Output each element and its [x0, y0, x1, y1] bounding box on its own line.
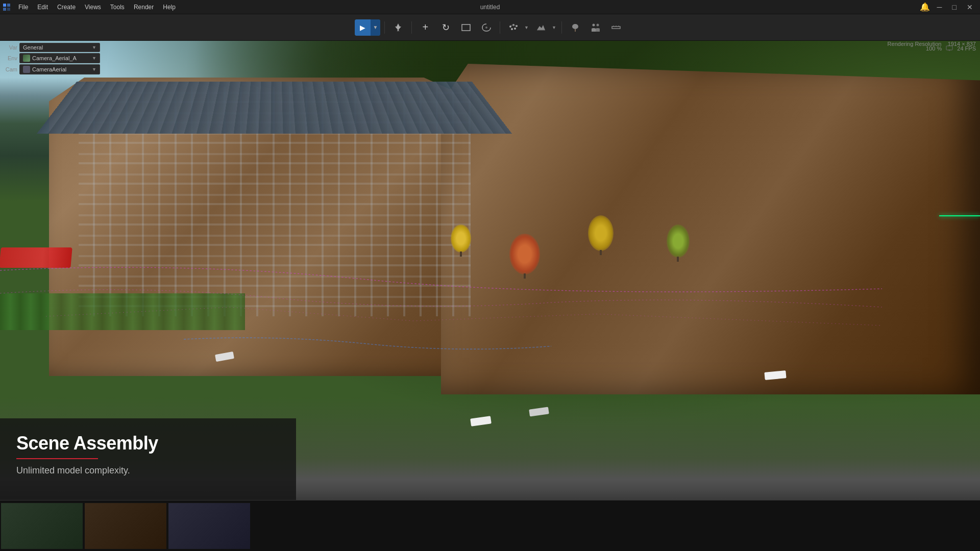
toolbar-separator-1: [384, 21, 385, 34]
app-icon: [2, 3, 11, 12]
toolbar-separator-4: [561, 21, 562, 34]
menu-views[interactable]: Views: [81, 3, 105, 12]
toolbar-separator-2: [411, 21, 412, 34]
vegetation-strip: [0, 293, 245, 330]
menu-file[interactable]: File: [14, 3, 32, 12]
var-dropdown-row: Var General ▼: [2, 43, 100, 52]
roof-left: [37, 82, 512, 134]
menu-tools[interactable]: Tools: [106, 3, 129, 12]
filmstrip-thumb-1[interactable]: [1, 503, 83, 549]
overlay-panel: Scene Assembly Unlimited model complexit…: [0, 418, 296, 500]
var-label: Var: [2, 44, 17, 51]
svg-rect-4: [462, 24, 470, 31]
viewport[interactable]: Scene Assembly Unlimited model complexit…: [0, 41, 980, 500]
notification-bell-icon[interactable]: 🔔: [920, 2, 930, 12]
left-panel: Var General ▼ Env Camera_Aerial_A ▼ Cam …: [0, 41, 102, 77]
menu-create[interactable]: Create: [53, 3, 80, 12]
display-icon: [946, 45, 953, 52]
var-dropdown[interactable]: General ▼: [19, 43, 100, 52]
minimize-button[interactable]: ─: [934, 3, 945, 11]
svg-point-9: [511, 28, 513, 30]
select-tool-group: ▶ ▼: [355, 19, 381, 36]
menu-render[interactable]: Render: [130, 3, 158, 12]
titlebar: File Edit Create Views Tools Render Help…: [0, 0, 980, 14]
overlay-title: Scene Assembly: [16, 433, 280, 454]
toolbar: ▶ ▼ + ↻: [0, 14, 980, 41]
viewport-info: 100 % 24 FPS: [926, 45, 976, 52]
overlay-divider: [16, 458, 98, 459]
tree-1: [509, 234, 540, 274]
filmstrip-thumb-2[interactable]: [85, 503, 166, 549]
menu-edit[interactable]: Edit: [33, 3, 52, 12]
scatter-tool-button[interactable]: [504, 18, 523, 37]
maximize-button[interactable]: □: [949, 3, 960, 11]
svg-point-10: [514, 28, 516, 30]
svg-rect-3: [7, 8, 10, 11]
rect-tool-button[interactable]: [457, 18, 475, 37]
overlay-content: Scene Assembly Unlimited model complexit…: [0, 418, 296, 490]
filmstrip: [0, 500, 980, 551]
svg-rect-2: [3, 8, 6, 11]
svg-point-16: [597, 23, 599, 26]
terrain-dropdown-button[interactable]: ▼: [550, 18, 557, 37]
lasso-tool-button[interactable]: [477, 18, 496, 37]
tram-vehicle: [0, 247, 72, 268]
measure-tool-button[interactable]: [607, 18, 625, 37]
terrain-tool-group: ▼: [532, 18, 557, 37]
toolbar-separator-3: [500, 21, 500, 34]
svg-point-15: [593, 23, 595, 26]
menu-help[interactable]: Help: [159, 3, 180, 12]
env-dropdown-row: Env Camera_Aerial_A ▼: [2, 53, 100, 63]
select-tool-button[interactable]: ▶: [355, 19, 371, 36]
svg-rect-17: [612, 27, 620, 29]
filmstrip-thumb-3[interactable]: [168, 503, 250, 549]
svg-point-13: [572, 24, 578, 29]
tree-tool-button[interactable]: [566, 18, 584, 37]
zoom-level: 100 %: [926, 45, 942, 52]
tree-3: [667, 224, 690, 258]
env-label: Env: [2, 55, 17, 61]
cam-dropdown[interactable]: CameraAerial ▼: [19, 64, 100, 74]
accent-line: [939, 215, 980, 216]
select-tool-dropdown[interactable]: ▼: [371, 19, 381, 36]
building-right: [441, 64, 980, 394]
scatter-dropdown-button[interactable]: ▼: [523, 18, 530, 37]
add-tool-button[interactable]: +: [416, 18, 434, 37]
cam-dropdown-row: Cam CameraAerial ▼: [2, 64, 100, 74]
svg-rect-21: [946, 46, 952, 50]
overlay-subtitle: Unlimited model complexity.: [16, 465, 280, 476]
scatter-tool-group: ▼: [504, 18, 530, 37]
tree-4: [451, 224, 471, 253]
svg-rect-14: [575, 29, 576, 32]
terrain-tool-button[interactable]: [532, 18, 550, 37]
titlebar-left: File Edit Create Views Tools Render Help: [0, 3, 180, 12]
svg-point-5: [485, 27, 487, 29]
svg-rect-1: [7, 4, 10, 7]
paint-tool-button[interactable]: [389, 18, 407, 37]
tree-2: [588, 215, 614, 251]
window-title: untitled: [480, 4, 500, 11]
rotate-tool-button[interactable]: ↻: [436, 18, 455, 37]
env-dropdown[interactable]: Camera_Aerial_A ▼: [19, 53, 100, 63]
close-button[interactable]: ✕: [964, 3, 976, 11]
cam-label: Cam: [2, 66, 17, 72]
fps-counter: 24 FPS: [957, 45, 976, 52]
svg-rect-0: [3, 4, 6, 7]
people-tool-button[interactable]: [586, 18, 605, 37]
titlebar-right: 🔔 ─ □ ✕: [920, 2, 980, 12]
svg-point-6: [509, 26, 511, 28]
